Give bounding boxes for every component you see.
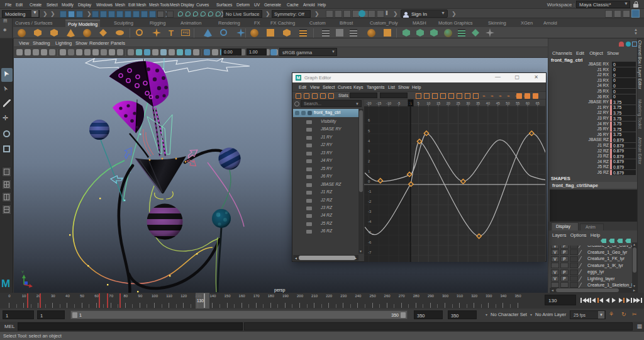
svg-text:-3: -3 [368,210,372,213]
svg-text:-2: -2 [368,200,372,203]
svg-text:Y: Y [21,270,24,274]
svg-text:-1: -1 [368,190,372,193]
svg-text:-6: -6 [368,241,372,244]
svg-text:-7: -7 [368,251,372,254]
svg-text:persp: persp [274,288,286,293]
svg-text:-4: -4 [368,220,372,224]
